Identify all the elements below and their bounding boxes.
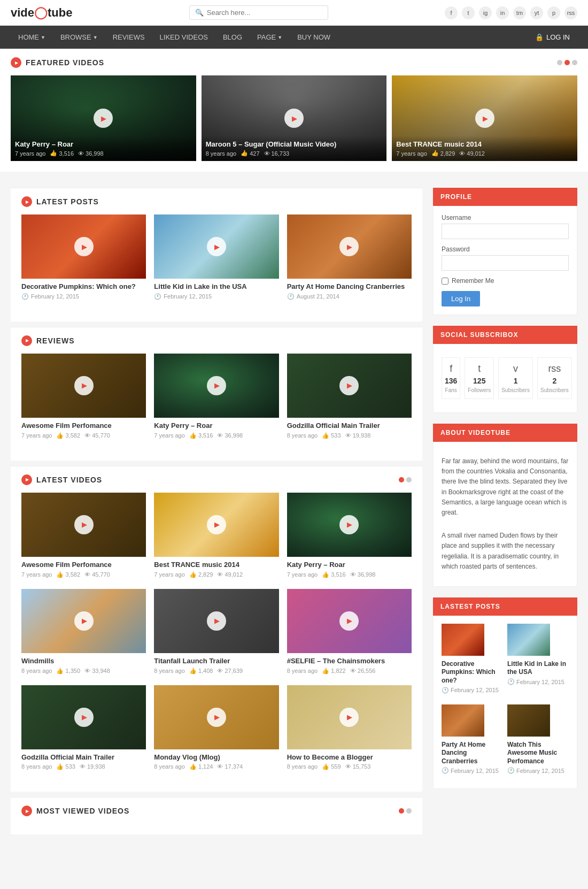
lv-2[interactable]: Best TRANCE music 2014 7 years ago 👍 2,8…	[154, 493, 278, 578]
lv-5[interactable]: Titanfall Launch Trailer 8 years ago 👍 1…	[154, 589, 278, 675]
review-2[interactable]: Katy Perry – Roar 7 years ago 👍 3,516 👁 …	[154, 354, 278, 439]
latest-videos-dot-2[interactable]	[406, 477, 412, 482]
lv-7[interactable]: Godzilla Official Main Trailer 8 years a…	[21, 685, 146, 771]
featured-dot-1[interactable]	[557, 60, 562, 65]
facebook-header-icon[interactable]: f	[445, 6, 458, 19]
lv-play-5[interactable]	[207, 611, 226, 631]
nav-blog[interactable]: BLOG	[215, 26, 250, 49]
lv-play-8[interactable]	[207, 708, 226, 727]
latest-post-play-3[interactable]	[339, 237, 359, 256]
rss-header-icon[interactable]: rss	[564, 6, 577, 19]
review-play-1[interactable]	[74, 376, 94, 395]
lv-6[interactable]: #SELFIE – The Chainsmokers 8 years ago 👍…	[287, 589, 412, 675]
nav-liked-videos[interactable]: LIKED VIDEOS	[152, 26, 215, 49]
featured-video-2[interactable]: Maroon 5 – Sugar (Official Music Video) …	[202, 75, 387, 161]
latest-videos-section: LATEST VIDEOS Awesome Film Perfomance 7 …	[11, 466, 422, 792]
lv-age-3: 7 years ago	[287, 571, 318, 578]
site-logo[interactable]: vide◯tube	[11, 6, 72, 20]
rss-count: 2	[552, 377, 556, 385]
sidebar-lp-3[interactable]: Party At Home Dancing Cranberries 🕐 Febr…	[442, 704, 503, 775]
lv-likes-1: 👍 3,582	[56, 571, 80, 578]
featured-section-title: FEATURED VIDEOS	[26, 58, 104, 67]
most-viewed-dot-1[interactable]	[399, 808, 404, 814]
latest-post-play-1[interactable]	[74, 237, 94, 256]
lv-play-1[interactable]	[74, 515, 94, 534]
instagram-header-icon[interactable]: ig	[479, 6, 492, 19]
featured-dot-2[interactable]	[564, 60, 570, 65]
featured-play-3[interactable]	[475, 109, 494, 128]
featured-overlay-2: Maroon 5 – Sugar (Official Music Video) …	[202, 136, 387, 161]
lv-1[interactable]: Awesome Film Perfomance 7 years ago 👍 3,…	[21, 493, 146, 578]
main-nav: HOME ▼ BROWSE ▼ REVIEWS LIKED VIDEOS BLO…	[0, 26, 588, 49]
featured-play-1[interactable]	[94, 109, 113, 128]
latest-posts-section: LATEST POSTS Decorative Pumpkins: Which …	[11, 188, 422, 321]
lv-4[interactable]: Windmills 8 years ago 👍 1,350 👁 33,948	[21, 589, 146, 675]
remember-me-checkbox[interactable]	[442, 278, 448, 285]
review-play-3[interactable]	[339, 376, 359, 395]
search-input[interactable]	[207, 9, 322, 17]
username-input[interactable]	[442, 224, 569, 239]
profile-widget: PROFILE Username Password Remember Me Lo…	[433, 188, 577, 315]
lv-title-2: Best TRANCE music 2014	[154, 561, 278, 570]
vimeo-social-box[interactable]: v 1 Subscribers	[498, 357, 533, 399]
facebook-social-box[interactable]: f 136 Fans	[442, 357, 460, 399]
youtube-header-icon[interactable]: yt	[530, 6, 543, 19]
twitter-social-box[interactable]: t 125 Followers	[465, 357, 494, 399]
nav-browse[interactable]: BROWSE ▼	[53, 26, 105, 49]
nav-page[interactable]: PAGE ▼	[250, 26, 290, 49]
review-3[interactable]: Godzilla Official Main Trailer 8 years a…	[287, 354, 412, 439]
login-button[interactable]: Log In	[442, 291, 480, 306]
sidebar-lp-1[interactable]: Decorative Pumpkins: Which one? 🕐 Februa…	[442, 624, 503, 694]
featured-video-1[interactable]: Katy Perry – Roar 7 years ago 👍 3,516 👁 …	[11, 75, 196, 161]
nav-login[interactable]: 🔒 LOG IN	[528, 28, 577, 47]
nav-left: HOME ▼ BROWSE ▼ REVIEWS LIKED VIDEOS BLO…	[11, 26, 338, 49]
rss-social-box[interactable]: rss 2 Subscribers	[537, 357, 572, 399]
nav-buy-now[interactable]: BUY NOW	[290, 26, 338, 49]
lv-play-2[interactable]	[207, 515, 226, 534]
lv-8[interactable]: Monday Vlog (Mlog) 8 years ago 👍 1,124 👁…	[154, 685, 278, 771]
lv-play-3[interactable]	[339, 515, 359, 534]
latest-posts-title: LATEST POSTS	[36, 197, 99, 206]
featured-dot-3[interactable]	[572, 60, 577, 65]
nav-home[interactable]: HOME ▼	[11, 26, 53, 49]
latest-videos-dot-1[interactable]	[399, 477, 404, 482]
twitter-header-icon[interactable]: t	[462, 6, 475, 19]
remember-me-label: Remember Me	[452, 277, 494, 285]
featured-video-3[interactable]: Best TRANCE music 2014 7 years ago 👍 2,8…	[392, 75, 577, 161]
lv-play-6[interactable]	[339, 611, 359, 631]
latest-post-1[interactable]: Decorative Pumpkins: Which one? 🕐 Februa…	[21, 214, 146, 300]
lv-3[interactable]: Katy Perry – Roar 7 years ago 👍 3,516 👁 …	[287, 493, 412, 578]
password-input[interactable]	[442, 255, 569, 271]
lv-age-6: 8 years ago	[287, 668, 318, 675]
featured-play-2[interactable]	[284, 109, 304, 128]
lv-stats-5: 8 years ago 👍 1,408 👁 27,639	[154, 668, 278, 675]
lv-play-7[interactable]	[74, 708, 94, 727]
lv-likes-6: 👍 1,822	[322, 668, 346, 675]
sidebar-lp-4[interactable]: Watch This Awesome Music Perfomance 🕐 Fe…	[507, 704, 569, 775]
username-label: Username	[442, 214, 569, 221]
sidebar-lp-info-3: Party At Home Dancing Cranberries 🕐 Febr…	[442, 741, 503, 775]
pinterest-header-icon[interactable]: p	[547, 6, 560, 19]
latest-post-2[interactable]: Little Kid in Lake in the USA 🕐 February…	[154, 214, 278, 300]
most-viewed-dot-2[interactable]	[406, 808, 412, 814]
lv-likes-4: 👍 1,350	[56, 668, 80, 675]
featured-views-2: 👁 16,733	[264, 150, 290, 157]
login-icon: 🔒	[535, 33, 544, 41]
nav-reviews[interactable]: REVIEWS	[105, 26, 152, 49]
linkedin-header-icon[interactable]: in	[496, 6, 509, 19]
latest-post-play-2[interactable]	[207, 237, 226, 256]
sidebar-clock-4: 🕐	[507, 767, 515, 774]
sidebar-clock-3: 🕐	[442, 767, 449, 774]
lv-play-4[interactable]	[74, 611, 94, 631]
most-viewed-title: MOST VIEWED VIDEOS	[36, 807, 129, 815]
review-1[interactable]: Awesome Film Perfomance 7 years ago 👍 3,…	[21, 354, 146, 439]
sidebar-lp-2[interactable]: Little Kid in Lake in the USA 🕐 February…	[507, 624, 569, 694]
latest-post-3[interactable]: Party At Home Dancing Cranberries 🕐 Augu…	[287, 214, 412, 300]
tumblr-header-icon[interactable]: tm	[513, 6, 526, 19]
review-play-2[interactable]	[207, 376, 226, 395]
search-bar[interactable]: 🔍	[189, 5, 328, 20]
lv-9[interactable]: How to Become a Blogger 8 years ago 👍 55…	[287, 685, 412, 771]
profile-widget-header: PROFILE	[433, 188, 577, 206]
about-text-2: A small river named Duden flows by their…	[442, 524, 569, 578]
lv-play-9[interactable]	[339, 708, 359, 727]
